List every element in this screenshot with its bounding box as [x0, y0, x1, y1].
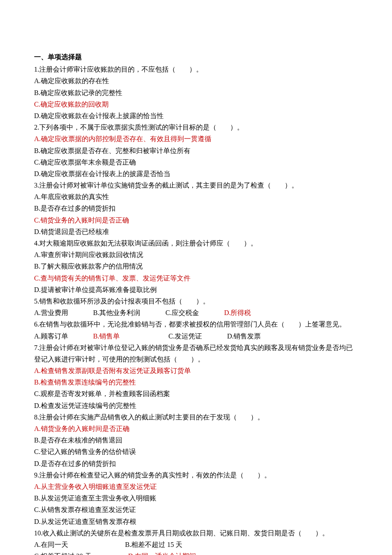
section-title: 一、单项选择题 [34, 51, 358, 63]
q8-option-a: A.销货业务的入账时间是否正确 [34, 423, 358, 434]
q3-option-b: B.是否存在过多的销货折扣 [34, 202, 358, 214]
q10-option-b: B.相差不超过 15 天 [125, 539, 183, 550]
q1-option-c: C.确定应收账款的回收期 [34, 98, 358, 110]
q3-option-c: C.销货业务的入账时间是否正确 [34, 214, 358, 226]
q2-option-c: C.确定应收票据年末余额是否正确 [34, 156, 358, 168]
q10-option-c: C.相差不超过 30 天 [34, 550, 92, 555]
q7-option-c: C.观察是否寄发对账单，并检查顾客回函档案 [34, 388, 358, 399]
q9-option-c: C.从销售发票存根追查至发运凭证 [34, 504, 358, 515]
q2-stem: 2.下列各项中，不属于应收票据实质性测试的审计目标的是（ ）。 [34, 121, 358, 133]
q3-option-a: A.年底应收账款的真实性 [34, 191, 358, 202]
q1-option-b: B.确定应收账款记录的完整性 [34, 87, 358, 98]
q1-option-d: D.确定应收账款在会计报表上披露的恰当性 [34, 110, 358, 121]
q6-option-d: D.销售发票 [227, 330, 261, 342]
q6-option-c: C.发运凭证 [168, 330, 202, 342]
q10-option-d: D.在同一适当会计期间 [128, 550, 196, 555]
q2-option-a: A.确定应收票据的内部控制是否存在、有效且得到一贯遵循 [34, 133, 358, 145]
q4-option-c: C.查与销货有关的销售订单、发票、发运凭证等文件 [34, 272, 358, 284]
q8-option-c: C.登记入账的销售业务的估价错误 [34, 446, 358, 457]
q4-option-d: D.提请被审计单位提高坏账准备提取比例 [34, 284, 358, 295]
q2-option-d: D.确定应收票据在会计报表上的披露是否恰当 [34, 168, 358, 179]
q8-option-b: B.是否存在未核准的销售退回 [34, 434, 358, 446]
q3-option-d: D.销货退回是否已经核准 [34, 226, 358, 237]
q10-option-a: A.在同一天 [34, 539, 68, 550]
q9-option-a: A.从主营业务收入明细账追查至发运凭证 [34, 481, 358, 492]
q2-option-b: B.确定应收票据是否存在、完整和归被审计单位所有 [34, 145, 358, 156]
q5-option-a: A.营业费用 [34, 307, 68, 318]
q7-option-b: B.检查销售发票连续编号的完整性 [34, 376, 358, 388]
q5-option-b: B.其他业务利润 [93, 307, 141, 318]
q4-stem: 4.对大额逾期应收账款如无法获取询证函回函，则注册会计师应（ ）。 [34, 237, 358, 249]
q7-option-d: D.检查发运凭证连续编号的完整性 [34, 400, 358, 411]
q10-stem: 10.收入截止测试的关键所在是检查发票开具日期或收款日期、记账日期、发货日期是否… [34, 527, 358, 539]
q5-options-row: A.营业费用 B.其他业务利润 C.应交税金 D.所得税 [34, 307, 358, 318]
q7-stem-line2: 登记入账进行审计时，可使用的控制测试包括（ ）。 [34, 353, 358, 365]
q1-option-a: A.确定应收账款的存在性 [34, 75, 358, 87]
q7-option-a: A.检查销售发票副联是否附有发运凭证及顾客订货单 [34, 365, 358, 376]
q9-option-b: B.从发运凭证追查至主营业务收入明细账 [34, 492, 358, 504]
q8-stem: 8.注册会计师在实施产品销售收入的截止测试时主要目的在于发现（ ）。 [34, 411, 358, 423]
q1-stem: 1.注册会计师审计应收账款的目的，不应包括（ ）。 [34, 64, 358, 75]
q5-option-c: C.应交税金 [165, 307, 199, 318]
q10-options-row1: A.在同一天 B.相差不超过 15 天 [34, 539, 358, 550]
q6-option-a: A.顾客订单 [34, 330, 68, 342]
q8-option-d: D.是否存在过多的销货折扣 [34, 458, 358, 469]
q9-stem: 9.注册会计师在检查登记入账的销货业务的真实性时，有效的作法是（ ）。 [34, 469, 358, 481]
q6-stem: 6.在销售与收款循环中，无论批准赊销与否，都要求被授权的信用管理部门人员在（ ）… [34, 318, 358, 330]
q4-option-b: B.了解大额应收账款客户的信用情况 [34, 260, 358, 272]
q3-stem: 3.注册会计师对被审计单位实施销货业务的截止测试，其主要目的是为了检查（ ）。 [34, 179, 358, 191]
q6-option-b: B.销售单 [93, 330, 120, 342]
q5-option-d: D.所得税 [224, 307, 251, 318]
q9-option-d: D.从发运凭证追查至销售发票存根 [34, 516, 358, 527]
q4-option-a: A.审查所审计期间应收账款回收情况 [34, 249, 358, 260]
q5-stem: 5.销售和收款循环所涉及的会计报表项目不包括（ ）。 [34, 295, 358, 307]
q10-options-row2: C.相差不超过 30 天 D.在同一适当会计期间 [34, 550, 358, 555]
q6-options-row: A.顾客订单 B.销售单 C.发运凭证 D.销售发票 [34, 330, 358, 342]
q7-stem-line1: 7.注册会计师在对被审计单位登记入账的销货业务是否确系已经发货给真实的顾客及现有… [34, 342, 358, 353]
